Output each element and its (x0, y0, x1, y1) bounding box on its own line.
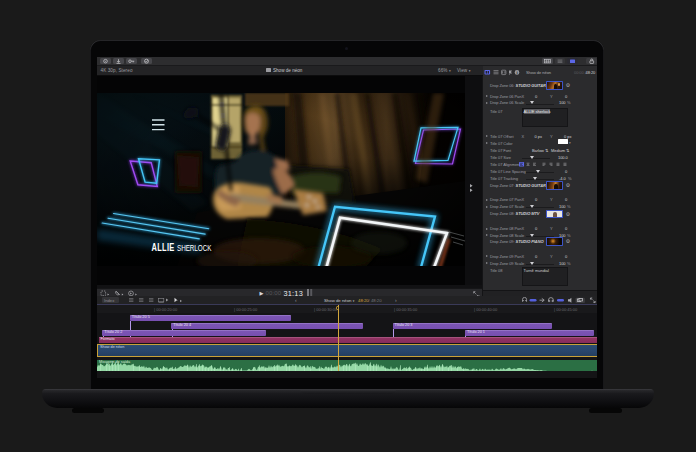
svg-text:ALLIESHERLOCK: ALLIESHERLOCK (152, 242, 213, 253)
